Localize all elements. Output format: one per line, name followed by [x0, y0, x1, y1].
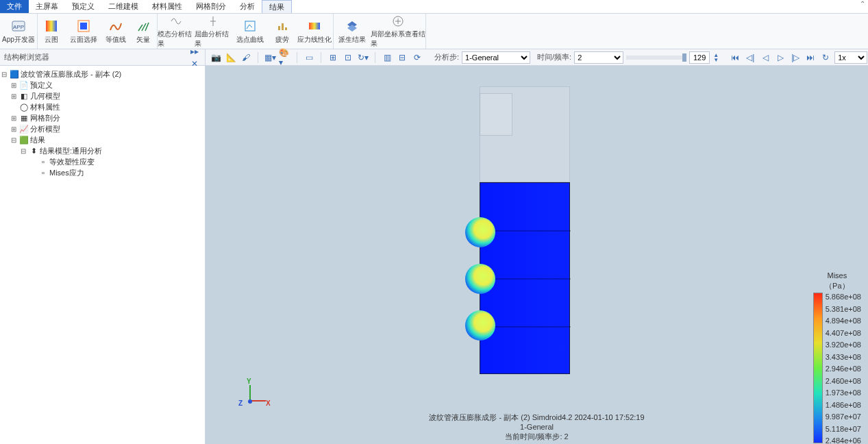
caption-line1: 波纹管液压膨胀成形 - 副本 (2) Simdroid4.2 2024-01-1… [429, 412, 644, 422]
legend-title2: （Pa） [813, 281, 861, 291]
app-icon: APP [11, 18, 26, 34]
speed-select[interactable]: 1x [834, 51, 867, 64]
fatigue-icon [275, 18, 290, 34]
menu-item-2dmodel[interactable]: 二维建模 [101, 0, 145, 13]
menu-item-predef[interactable]: 预定义 [65, 0, 101, 13]
loop-icon[interactable]: ↻ [819, 51, 832, 64]
tree-label: 结果 [30, 135, 45, 145]
step-back-icon[interactable]: ◁| [744, 51, 756, 64]
ribbon-modal[interactable]: 模态分析结果 [158, 14, 195, 49]
field-icon: ▫ [38, 168, 48, 177]
body: ⊟ 🟦 波纹管液压膨胀成形 - 副本 (2) ⊞📄预定义 ⊞◧几何模型 ◯材料属… [0, 66, 868, 444]
panel-pin-icon[interactable]: ▸▸ [188, 45, 201, 58]
brush-icon[interactable]: 🖌 [240, 51, 252, 64]
corrugation-3 [465, 310, 495, 341]
tree-item-analysis[interactable]: ⊞📈分析模型 [0, 123, 205, 134]
tree-item-result[interactable]: ⊟🟩结果 [0, 134, 205, 145]
svg-rect-4 [80, 23, 87, 29]
tree-label: 预定义 [30, 80, 53, 90]
result-icon: 🟩 [19, 135, 29, 145]
menu-bar: 文件 主屏幕 预定义 二维建模 材料属性 网格剖分 分析 结果 ⌃ [0, 0, 868, 14]
menu-item-home[interactable]: 主屏幕 [29, 0, 65, 13]
goto-end-icon[interactable]: ⏭ [804, 51, 817, 64]
ribbon-buckle[interactable]: 屈曲分析结果 [195, 14, 232, 49]
tree-item-resultmodel[interactable]: ⊟⬍结果模型:通用分析 [0, 145, 205, 156]
menu-item-file[interactable]: 文件 [0, 0, 29, 13]
play-fwd-icon[interactable]: ▷ [774, 51, 786, 64]
tree-item-geom[interactable]: ⊞◧几何模型 [0, 90, 205, 101]
axis-z-icon [248, 399, 252, 404]
camera-icon[interactable]: 📷 [210, 51, 222, 64]
time-freq-select[interactable]: 2 [574, 51, 623, 64]
axis-y-label: Y [247, 378, 251, 385]
ribbon-label: 云图 [45, 35, 58, 45]
collapse-icon[interactable]: ⊟ [10, 136, 18, 144]
frame-input[interactable] [689, 51, 710, 64]
menu-item-analysis[interactable]: 分析 [233, 0, 262, 13]
step-fwd-icon[interactable]: |▷ [789, 51, 802, 64]
expand-icon[interactable]: ⊞ [10, 82, 18, 89]
legend-val: 3.920e+08 [826, 341, 861, 349]
cube-icon[interactable]: ▦▾ [264, 51, 276, 64]
expand-icon[interactable] [10, 103, 18, 111]
ribbon-stresslin[interactable]: 应力线性化 [296, 14, 333, 49]
frame-slider[interactable] [626, 56, 686, 60]
palette-icon[interactable]: 🎨▾ [279, 51, 291, 64]
expand-icon[interactable]: ⊞ [10, 114, 18, 122]
view-toolbar: 📷 📐 🖌 ▦▾ 🎨▾ ▭ ⊞ ⊡ ↻▾ ▥ ⊟ ⟳ [206, 51, 427, 64]
goto-start-icon[interactable]: ⏮ [729, 51, 741, 64]
legend-val: 9.987e+07 [826, 412, 861, 421]
play-back-icon[interactable]: ◁ [759, 51, 771, 64]
tree-label: 几何模型 [30, 91, 60, 101]
probe2-icon[interactable]: ⊡ [342, 51, 354, 64]
resultmodel-icon: ⬍ [29, 146, 38, 156]
tree-item-mises[interactable]: ▫Mises应力 [0, 167, 205, 178]
measure-icon[interactable]: 📐 [225, 51, 237, 64]
ribbon-cloud-select[interactable]: 云面选择 [65, 14, 102, 49]
modal-icon [169, 14, 184, 28]
time-freq-label: 时间/频率: [537, 52, 571, 62]
tree-item-predef[interactable]: ⊞📄预定义 [0, 79, 205, 90]
scale-icon[interactable]: ⊟ [396, 51, 408, 64]
menu-item-result[interactable]: 结果 [262, 0, 292, 13]
ribbon-localcs[interactable]: 局部坐标系查看结果 [371, 14, 425, 49]
tree-item-mesh[interactable]: ⊞▦网格剖分 [0, 112, 205, 123]
select-icon[interactable]: ▭ [303, 51, 315, 64]
caption-line3: 当前时间/频率步: 2 [429, 432, 644, 441]
localcs-icon [390, 14, 406, 28]
ribbon-pointcurve[interactable]: 选点曲线 [232, 14, 269, 49]
model-tree[interactable]: ⊟ 🟦 波纹管液压膨胀成形 - 副本 (2) ⊞📄预定义 ⊞◧几何模型 ◯材料属… [0, 66, 206, 444]
menu-item-material[interactable]: 材料属性 [145, 0, 189, 13]
axis-z-label: Z [238, 399, 243, 407]
legend-colorbar [813, 293, 823, 443]
ribbon-fatigue[interactable]: 疲劳 [269, 14, 296, 49]
refresh-icon[interactable]: ⟳ [411, 51, 423, 64]
ribbon-cloud[interactable]: 云图 [38, 14, 65, 49]
menu-item-mesh[interactable]: 网格剖分 [189, 0, 233, 13]
tree-item-peeq[interactable]: ▫等效塑性应变 [0, 156, 205, 167]
separator [321, 52, 321, 63]
probe1-icon[interactable]: ⊞ [327, 51, 339, 64]
ribbon-iso[interactable]: 等值线 [102, 14, 129, 49]
tree-item-material[interactable]: ◯材料属性 [0, 101, 205, 112]
svg-rect-2 [46, 21, 57, 32]
collapse-icon[interactable]: ⊟ [19, 147, 27, 155]
svg-rect-7 [282, 23, 284, 30]
collapse-icon[interactable]: ⊟ [0, 71, 8, 78]
expand-icon[interactable]: ⊞ [10, 92, 18, 100]
ribbon-app-dev[interactable]: APP App开发器 [0, 14, 37, 49]
legend-val: 5.868e+08 [826, 293, 861, 301]
ribbon: APP App开发器 云图 云面选择 等值线 矢量 模态分析结果 屈曲分析结果 … [0, 14, 868, 49]
analysis-step-select[interactable]: 1-General [462, 51, 530, 64]
ribbon-derive[interactable]: 派生结果 [334, 14, 371, 49]
probe3-icon[interactable]: ↻▾ [357, 51, 369, 64]
ribbon-label: 派生结果 [338, 35, 366, 45]
tree-root-label: 波纹管液压膨胀成形 - 副本 (2) [21, 69, 121, 79]
warp-icon[interactable]: ▥ [381, 51, 393, 64]
frame-stepper-icon[interactable]: ▲▼ [710, 51, 722, 64]
ribbon-vector[interactable]: 矢量 [129, 14, 157, 49]
tree-root[interactable]: ⊟ 🟦 波纹管液压膨胀成形 - 副本 (2) [0, 69, 205, 79]
collapse-ribbon-icon[interactable]: ⌃ [860, 0, 865, 13]
expand-icon[interactable]: ⊞ [10, 125, 18, 133]
viewport-3d[interactable]: Y X Z 波纹管液压膨胀成形 - 副本 (2) Simdroid4.2 202… [206, 66, 868, 444]
